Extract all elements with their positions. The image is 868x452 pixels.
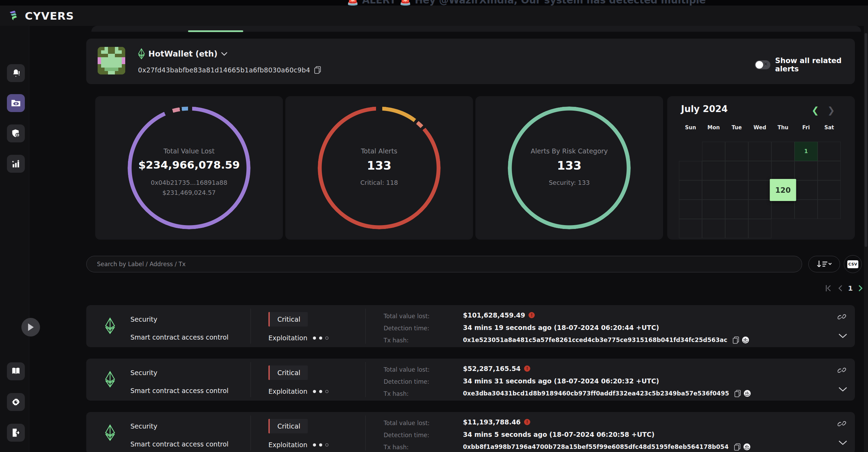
calendar-day-cell[interactable] xyxy=(771,142,795,161)
expand-chevron-icon[interactable] xyxy=(838,333,847,339)
scrollbar-thumb[interactable] xyxy=(865,33,867,247)
value-lost-label: Total value lost: xyxy=(384,366,430,373)
sidebar-item-watchlist[interactable] xyxy=(7,94,25,112)
alert-expand-button[interactable] xyxy=(838,440,847,447)
calendar-day-cell[interactable] xyxy=(818,200,841,219)
calendar-day-cell[interactable] xyxy=(748,161,771,180)
alert-row[interactable]: Security Smart contract access control C… xyxy=(86,305,855,347)
severity-badge: Critical xyxy=(268,312,308,327)
alert-subcategory: Smart contract access control xyxy=(130,440,228,448)
export-csv-button[interactable]: CSV xyxy=(844,255,862,273)
tx-hash-label: Tx hash: xyxy=(384,390,408,397)
calendar-day-cell[interactable] xyxy=(795,200,818,219)
calendar-day-cell[interactable] xyxy=(725,180,748,200)
alert-permalink-button[interactable] xyxy=(838,420,847,430)
sidebar-item-logout[interactable] xyxy=(7,424,25,442)
show-related-alerts-toggle[interactable]: ✕ xyxy=(755,60,770,69)
sidebar-item-settings[interactable] xyxy=(7,393,25,411)
csv-icon: CSV xyxy=(847,260,858,268)
sidebar-item-alerts[interactable] xyxy=(7,64,25,82)
sort-button[interactable] xyxy=(808,256,840,272)
calendar-prev-icon[interactable]: ❮ xyxy=(811,105,819,115)
expand-chevron-icon[interactable] xyxy=(838,440,847,445)
calendar-next-icon[interactable]: ❯ xyxy=(827,105,835,115)
calendar-day-cell[interactable] xyxy=(679,161,702,180)
toggle-label: Show all related alerts xyxy=(775,57,855,73)
calendar-alert-day-cell[interactable]: 120 xyxy=(770,179,796,201)
copy-address-icon[interactable] xyxy=(314,66,321,74)
stat-title: Alerts By Risk Category xyxy=(475,147,663,155)
first-page-icon[interactable] xyxy=(825,284,832,292)
calendar-day-cell[interactable] xyxy=(818,142,841,161)
stat-title: Total Alerts xyxy=(285,147,473,155)
divider xyxy=(365,309,366,344)
etherscan-icon[interactable] xyxy=(743,390,751,397)
detection-time-label: Detection time: xyxy=(384,378,429,385)
link-icon[interactable] xyxy=(838,420,847,429)
alert-row[interactable]: Security Smart contract access control C… xyxy=(86,412,855,452)
wallet-title-row[interactable]: HotWallet (eth) xyxy=(138,48,228,59)
sidebar-item-protection[interactable] xyxy=(7,124,25,142)
cyvers-logo[interactable]: CYVERS xyxy=(8,10,74,22)
calendar-alert-day-cell[interactable]: 1 xyxy=(795,142,818,161)
calendar-day-cell[interactable] xyxy=(679,180,702,200)
copy-hash-icon[interactable] xyxy=(734,390,741,397)
calendar-day-cell[interactable] xyxy=(748,219,771,238)
calendar-day-cell[interactable] xyxy=(818,180,841,200)
alert-expand-button[interactable] xyxy=(838,387,847,393)
calendar-day-cell[interactable] xyxy=(702,219,725,238)
calendar-day-cell[interactable] xyxy=(771,200,795,219)
calendar-day-cell[interactable] xyxy=(748,180,771,200)
alert-permalink-button[interactable] xyxy=(838,366,847,376)
alert-expand-button[interactable] xyxy=(838,333,847,340)
copy-hash-icon[interactable] xyxy=(734,443,740,451)
calendar-day-cell[interactable] xyxy=(679,200,702,219)
calendar-day-cell[interactable] xyxy=(702,200,725,219)
play-walkthrough-button[interactable] xyxy=(21,318,40,337)
play-icon xyxy=(27,323,34,331)
search-input[interactable] xyxy=(86,256,802,272)
chevron-down-icon[interactable] xyxy=(221,52,228,56)
etherscan-icon[interactable] xyxy=(742,336,749,344)
calendar-day-cell[interactable] xyxy=(702,142,725,161)
etherscan-icon[interactable] xyxy=(743,443,751,451)
alert-row[interactable]: Security Smart contract access control C… xyxy=(86,359,855,401)
stat-title: Total Value Lost xyxy=(95,147,283,155)
calendar-day-cell[interactable] xyxy=(795,180,818,200)
calendar-day-cell[interactable] xyxy=(748,142,771,161)
active-tab-indicator[interactable] xyxy=(188,30,243,32)
calendar-day-cell[interactable] xyxy=(702,180,725,200)
prev-page-icon[interactable] xyxy=(838,284,842,292)
calendar-day-cell[interactable] xyxy=(725,200,748,219)
ethereum-icon xyxy=(138,48,145,59)
calendar-day-cell[interactable] xyxy=(748,200,771,219)
alert-subcategory: Smart contract access control xyxy=(130,333,228,341)
cyvers-logo-icon xyxy=(8,10,21,22)
expand-chevron-icon[interactable] xyxy=(838,387,847,392)
stat-subtext: Critical: 118 xyxy=(285,179,473,186)
calendar-day-cell[interactable] xyxy=(702,161,725,180)
calendar-day-cell[interactable] xyxy=(818,161,841,180)
copy-hash-icon[interactable] xyxy=(733,337,739,344)
sidebar-item-leaderboard[interactable] xyxy=(7,155,25,173)
alert-permalink-button[interactable] xyxy=(838,313,847,323)
link-icon[interactable] xyxy=(838,366,847,375)
next-page-icon[interactable] xyxy=(858,284,863,292)
wallet-avatar xyxy=(98,47,125,74)
wallet-name: HotWallet (eth) xyxy=(148,49,217,58)
alert-ticker-text: 🚨 ALERT 🚨 Hey @WazirXIndia, Our system h… xyxy=(347,0,706,6)
calendar-day-cell[interactable] xyxy=(725,161,748,180)
logout-icon xyxy=(11,428,21,438)
current-page[interactable]: 1 xyxy=(848,284,853,292)
calendar-day-cell[interactable] xyxy=(795,161,818,180)
divider xyxy=(250,309,251,344)
sidebar-item-docs[interactable] xyxy=(7,362,25,380)
link-icon[interactable] xyxy=(838,313,847,322)
calendar-day-header: Sun xyxy=(679,124,702,131)
calendar-day-cell[interactable] xyxy=(725,142,748,161)
calendar-day-cell[interactable] xyxy=(679,219,702,238)
phase-dot xyxy=(313,337,316,340)
calendar-day-cell[interactable] xyxy=(771,161,795,180)
calendar-day-cell[interactable] xyxy=(725,219,748,238)
scrollbar-track[interactable] xyxy=(864,6,868,452)
